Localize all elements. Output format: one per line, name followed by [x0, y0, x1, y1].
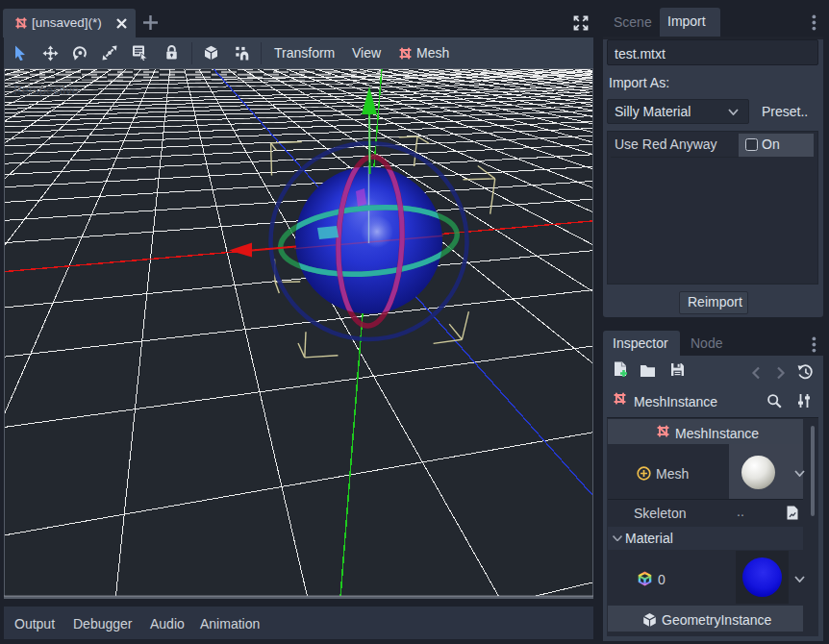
- svg-text:Perspective: Perspective: [13, 83, 79, 97]
